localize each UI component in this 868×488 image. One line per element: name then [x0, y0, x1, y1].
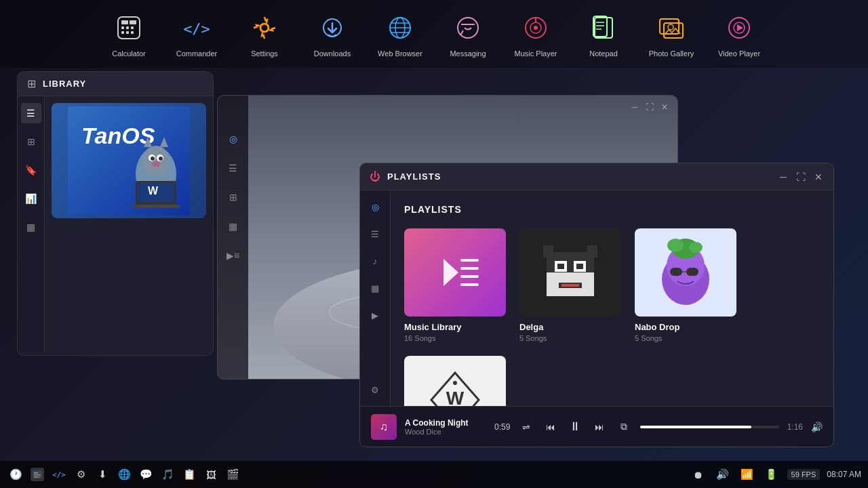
taskbar-gear-icon[interactable]: ⚙ [72, 466, 90, 483]
taskbar-code-icon[interactable]: </> [50, 466, 68, 483]
dock-item-downloads[interactable]: Downloads [305, 10, 359, 58]
svg-rect-75 [587, 245, 597, 258]
taskbar-volume-icon[interactable]: 🔊 [714, 466, 732, 483]
svg-rect-1 [121, 20, 128, 24]
svg-rect-6 [121, 31, 124, 34]
taskbar-photo-icon[interactable]: 🖼 [202, 466, 220, 483]
taskbar: 🕐 </> ⚙ ⬇ 🌐 💬 🎵 📋 🖼 [0, 461, 868, 488]
taskbar-battery-icon[interactable]: 🔋 [763, 466, 781, 483]
dock-item-notepad[interactable]: Notepad [576, 10, 631, 58]
dock-item-music-player[interactable]: Music Player [509, 10, 563, 58]
svg-rect-91 [34, 476, 39, 478]
sidebar-bookmark-icon[interactable]: 🔖 [21, 160, 41, 180]
svg-point-38 [142, 146, 170, 176]
playlist-card-music-library[interactable]: Music Library 16 Songs [404, 228, 506, 342]
np-next-btn[interactable]: ⏭ [591, 419, 608, 435]
np-repeat-btn[interactable]: ⧉ [616, 419, 632, 435]
ps-settings-icon[interactable]: ⚙ [366, 380, 384, 399]
library-window: ⊞ LIBRARY ☰ ⊞ 🔖 📊 ▦ [17, 71, 214, 356]
np-track-title: A Cooking Night [405, 418, 486, 428]
ps-note-icon[interactable]: ♪ [366, 251, 384, 270]
game-expand-btn[interactable]: ⛶ [645, 102, 654, 112]
downloads-label: Downloads [314, 49, 351, 58]
np-extra-controls: 🔊 [811, 422, 823, 432]
np-shuffle-btn[interactable]: ⇌ [518, 419, 534, 435]
svg-rect-24 [595, 18, 612, 38]
settings-label: Settings [251, 49, 278, 58]
game-sidebar-target-icon[interactable]: ◎ [224, 129, 243, 148]
game-sidebar-chart-icon[interactable]: ▦ [224, 217, 243, 236]
delga-name: Delga [519, 322, 621, 332]
sidebar-chart-icon[interactable]: 📊 [21, 188, 41, 209]
playlist-minimize-btn[interactable]: ─ [778, 171, 789, 182]
game-minimize-btn[interactable]: ─ [630, 102, 639, 112]
taskbar-music-icon[interactable]: 🎵 [159, 466, 176, 483]
game-sidebar: ◎ ☰ ⊞ ▦ ▶≡ [218, 96, 248, 379]
svg-point-11 [260, 24, 269, 32]
messaging-label: Messaging [450, 49, 486, 58]
svg-text:W: W [446, 388, 465, 406]
game-thumbnail[interactable]: TanOS [52, 103, 206, 218]
svg-rect-67 [547, 252, 594, 272]
dock-item-settings[interactable]: Settings [237, 10, 292, 58]
np-play-pause-btn[interactable]: ⏸ [567, 419, 583, 435]
svg-rect-73 [561, 284, 579, 287]
playlist-win-controls: ─ ⛶ ✕ [778, 171, 824, 182]
dock-item-commander[interactable]: </> Commander [170, 10, 224, 58]
playlist-card-wood-dice[interactable]: W Wood Dice 6 Songs [404, 356, 506, 406]
nabo-name: Nabo Drop [635, 322, 736, 332]
game-close-btn[interactable]: ✕ [660, 102, 669, 112]
svg-rect-82 [686, 268, 698, 276]
playlist-card-delga[interactable]: Delga 5 Songs [519, 228, 621, 342]
taskbar-record-icon[interactable]: ⏺ [690, 466, 707, 483]
taskbar-terminal-icon[interactable] [28, 466, 46, 483]
taskbar-wifi-icon[interactable]: 📶 [738, 466, 756, 483]
taskbar-video-icon[interactable]: 🎬 [224, 466, 241, 483]
ps-play-icon[interactable]: ▶ [366, 306, 384, 325]
svg-rect-7 [126, 31, 129, 34]
game-sidebar-play-icon[interactable]: ▶≡ [224, 246, 243, 265]
top-dock: Calculator </> Commander Settings [0, 0, 868, 68]
taskbar-clock-icon[interactable]: 🕐 [7, 466, 24, 483]
playlist-title: PLAYLISTS [387, 171, 771, 182]
desktop: Calculator </> Commander Settings [0, 0, 868, 488]
taskbar-msg-icon[interactable]: 💬 [137, 466, 155, 483]
dock-item-photo-gallery[interactable]: Photo Gallery [644, 10, 698, 58]
sidebar-home-icon[interactable]: ☰ [21, 103, 41, 123]
svg-rect-74 [543, 245, 553, 258]
playlist-card-nabo-drop[interactable]: Nabo Drop 5 Songs [635, 228, 736, 342]
np-time-current: 0:59 [494, 422, 510, 432]
ps-chart-icon[interactable]: ▦ [366, 279, 384, 298]
taskbar-globe-icon[interactable]: 🌐 [115, 466, 133, 483]
taskbar-download-icon[interactable]: ⬇ [94, 466, 111, 483]
svg-point-86 [453, 381, 457, 385]
playlist-close-btn[interactable]: ✕ [813, 171, 824, 182]
np-time-total: 1:16 [787, 422, 803, 432]
library-title: LIBRARY [43, 79, 86, 89]
dock-item-calculator[interactable]: Calculator [102, 10, 156, 58]
svg-text:W: W [148, 185, 159, 197]
dock-item-video-player[interactable]: Video Player [712, 10, 766, 58]
svg-text:TanOS: TanOS [81, 123, 155, 148]
np-prev-btn[interactable]: ⏮ [542, 419, 559, 435]
notepad-label: Notepad [589, 49, 618, 58]
library-header: ⊞ LIBRARY [18, 72, 213, 96]
game-sidebar-grid-icon[interactable]: ⊞ [224, 188, 243, 207]
svg-rect-29 [660, 19, 679, 34]
np-progress-fill [640, 426, 751, 428]
now-playing-bar: ♫ A Cooking Night Wood Dice 0:59 ⇌ ⏮ ⏸ ⏭… [360, 406, 833, 447]
taskbar-right: ⏺ 🔊 📶 🔋 59 FPS 08:07 AM [690, 466, 861, 483]
dock-item-messaging[interactable]: Messaging [441, 10, 495, 58]
taskbar-note-icon[interactable]: 📋 [180, 466, 198, 483]
dock-item-web-browser[interactable]: Web Browser [373, 10, 427, 58]
playlist-expand-btn[interactable]: ⛶ [795, 171, 806, 182]
np-track-info: A Cooking Night Wood Dice [405, 418, 486, 436]
sidebar-grid-icon[interactable]: ⊞ [21, 131, 41, 152]
ps-menu-icon[interactable]: ☰ [366, 224, 384, 243]
sidebar-list-icon[interactable]: ▦ [21, 217, 41, 237]
ps-target-icon[interactable]: ◎ [366, 197, 384, 216]
np-volume-btn[interactable]: 🔊 [811, 422, 823, 432]
svg-rect-70 [557, 264, 564, 269]
np-progress-bar[interactable] [640, 426, 778, 428]
game-sidebar-menu-icon[interactable]: ☰ [224, 159, 243, 178]
